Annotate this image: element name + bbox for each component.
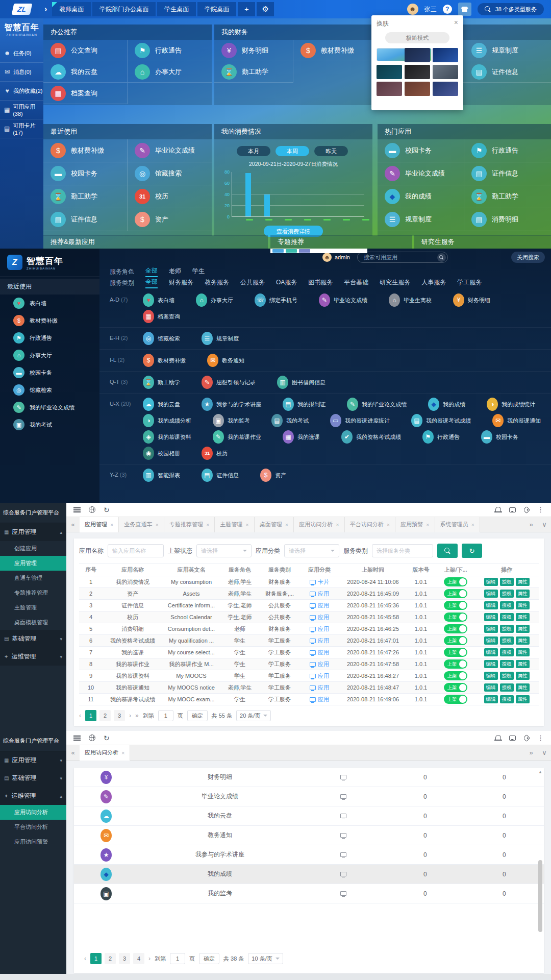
skin-thumbnail[interactable] bbox=[405, 65, 430, 79]
recent-app-item[interactable]: ◎ 馆藏检索 bbox=[0, 381, 99, 399]
class-select[interactable]: 请选择 bbox=[284, 544, 339, 557]
page-number[interactable]: 1 bbox=[90, 953, 102, 964]
close-search-button[interactable]: 关闭搜索 bbox=[511, 252, 545, 263]
yesterday-toggle[interactable]: 昨天 bbox=[314, 146, 348, 156]
property-button[interactable]: 属性 bbox=[516, 660, 530, 668]
app-class-link[interactable]: 应用 bbox=[310, 649, 329, 656]
skin-thumbnail[interactable] bbox=[433, 48, 458, 62]
menu-app-management[interactable]: ▦应用管理▾ bbox=[0, 751, 66, 769]
property-button[interactable]: 属性 bbox=[516, 613, 530, 621]
publish-toggle[interactable]: 上架 bbox=[444, 659, 467, 669]
scrollbar[interactable]: ▲ bbox=[538, 771, 542, 942]
sidebar-item[interactable]: ▦ 可用应用(38) bbox=[0, 101, 43, 119]
publish-toggle[interactable]: 上架 bbox=[444, 577, 467, 586]
skin-thumbnail[interactable] bbox=[405, 48, 430, 62]
app-entry[interactable]: ▥智能报表 bbox=[143, 469, 180, 482]
close-icon[interactable]: × bbox=[245, 522, 248, 528]
app-entry[interactable]: ☁我的云盘 bbox=[143, 398, 180, 411]
desktop-tab[interactable]: 教师桌面 bbox=[52, 2, 91, 16]
refresh-icon[interactable]: ↻ bbox=[104, 506, 110, 514]
app-entry[interactable]: $教材费补缴 bbox=[143, 354, 186, 367]
category-filter-option[interactable]: 公共服务 bbox=[240, 278, 265, 288]
page-jump-input[interactable] bbox=[170, 953, 185, 964]
visit-table-row[interactable]: ☁ 我的云盘 0 0 bbox=[74, 806, 544, 826]
app-tile[interactable]: ⌛ 勤工助学 bbox=[464, 185, 551, 208]
visit-table-row[interactable]: ✎ 毕业论文成绩 0 0 bbox=[74, 787, 544, 806]
help-icon[interactable]: ? bbox=[443, 5, 452, 14]
expand-arrow-icon[interactable]: › bbox=[44, 5, 47, 14]
edit-button[interactable]: 编辑 bbox=[484, 672, 498, 680]
authorize-button[interactable]: 授权 bbox=[500, 578, 514, 586]
admin-tab[interactable]: 应用预警× bbox=[395, 517, 435, 532]
authorize-button[interactable]: 授权 bbox=[500, 648, 514, 656]
app-class-link[interactable]: 卡片 bbox=[310, 578, 329, 586]
desktop-tab[interactable]: 学生桌面 bbox=[157, 2, 196, 16]
app-class-link[interactable]: 应用 bbox=[310, 614, 329, 621]
app-class-link[interactable]: 应用 bbox=[310, 590, 329, 598]
tag-icon[interactable] bbox=[523, 506, 530, 513]
property-button[interactable]: 属性 bbox=[516, 578, 530, 586]
column-header[interactable]: 应用名称 bbox=[103, 566, 163, 574]
close-icon[interactable]: × bbox=[387, 522, 390, 528]
authorize-button[interactable]: 授权 bbox=[500, 636, 514, 645]
last-page-icon[interactable]: » bbox=[135, 712, 139, 719]
page-number[interactable]: 2 bbox=[99, 710, 111, 721]
app-tile[interactable]: ▦ 档案查询 bbox=[43, 83, 128, 104]
desktop-tab[interactable]: 学院桌面 bbox=[197, 2, 236, 16]
admin-tab[interactable]: 平台访问分析× bbox=[345, 517, 395, 532]
app-tile[interactable]: ¥ 财务明细 bbox=[214, 40, 293, 61]
authorize-button[interactable]: 授权 bbox=[500, 590, 514, 598]
app-tile[interactable]: ▬ 校园卡务 bbox=[378, 139, 464, 162]
app-tile[interactable]: ⌛ 勤工助学 bbox=[43, 185, 128, 208]
app-entry[interactable]: ◑我的成绩分析 bbox=[143, 414, 191, 427]
authorize-button[interactable]: 授权 bbox=[500, 601, 514, 609]
recent-app-item[interactable]: ⚑ 行政通告 bbox=[0, 329, 99, 347]
app-entry[interactable]: ▤证件信息 bbox=[202, 469, 239, 482]
column-header[interactable]: 服务类别 bbox=[260, 566, 299, 574]
submenu-item[interactable]: 应用访问分析 bbox=[0, 805, 66, 820]
app-tile[interactable]: ⌂ 办事大厅 bbox=[128, 61, 212, 83]
app-tile[interactable]: ▬ 校园卡务 bbox=[43, 162, 128, 185]
app-entry[interactable]: ▤我的慕课考试成绩 bbox=[411, 414, 471, 427]
category-filter-option[interactable]: 财务服务 bbox=[169, 278, 193, 288]
publish-toggle[interactable]: 上架 bbox=[444, 612, 467, 622]
app-entry[interactable]: ✔我的资格考试成绩 bbox=[341, 430, 401, 444]
app-tile[interactable]: 31 校历 bbox=[128, 185, 212, 208]
admin-tab[interactable]: 业务直通车× bbox=[119, 517, 164, 532]
category-filter-option[interactable]: 平台基础 bbox=[344, 278, 368, 288]
page-number[interactable]: 3 bbox=[114, 710, 125, 721]
sidebar-item[interactable]: ☻ 任务(0) bbox=[0, 44, 43, 63]
next-page-icon[interactable]: › bbox=[129, 712, 131, 719]
column-header[interactable]: 应用英文名 bbox=[163, 566, 220, 574]
close-icon[interactable]: × bbox=[206, 522, 209, 528]
admin-tab[interactable]: 应用访问分析× bbox=[294, 517, 344, 532]
publish-toggle[interactable]: 上架 bbox=[444, 636, 467, 645]
refresh-button[interactable]: ↻ bbox=[462, 544, 482, 558]
sidebar-item[interactable]: ♥ 我的收藏(2) bbox=[0, 82, 43, 101]
column-header[interactable]: 操作 bbox=[476, 566, 537, 574]
desktop-tab[interactable]: 学院部门办公桌面 bbox=[92, 2, 156, 16]
skin-thumbnail[interactable] bbox=[377, 82, 402, 96]
authorize-button[interactable]: 授权 bbox=[500, 625, 514, 633]
app-tile[interactable]: ▤ 证件信息 bbox=[43, 208, 128, 231]
visit-table-row[interactable]: ¥ 财务明细 0 0 bbox=[74, 768, 544, 787]
app-tile[interactable]: ▤ 证件信息 bbox=[464, 162, 551, 185]
panel-graduate-service[interactable]: 研究生服务 bbox=[414, 235, 551, 249]
app-tile[interactable]: ✎ 毕业论文成绩 bbox=[378, 162, 464, 185]
app-tile[interactable]: $ 教材费补缴 bbox=[43, 139, 128, 162]
skin-thumbnail[interactable] bbox=[433, 82, 458, 96]
app-tile[interactable]: $ 资产 bbox=[128, 208, 212, 231]
publish-toggle[interactable]: 上架 bbox=[444, 624, 467, 633]
app-entry[interactable]: ⌂办事大厅 bbox=[196, 293, 233, 307]
app-tile[interactable]: ▤ 公文查询 bbox=[43, 40, 128, 61]
submenu-item[interactable]: 桌面模板管理 bbox=[0, 615, 66, 630]
app-search-input[interactable]: 搜索可用应用 bbox=[357, 252, 448, 263]
app-entry[interactable]: ▭我的慕课进度统计 bbox=[330, 414, 390, 427]
sidebar-item[interactable]: ▤ 可用卡片(17) bbox=[0, 119, 43, 138]
app-class-link[interactable]: 应用 bbox=[310, 660, 329, 668]
app-tile[interactable]: ◆ 我的成绩 bbox=[378, 185, 464, 208]
app-entry[interactable]: $资产 bbox=[260, 469, 286, 482]
category-filter-option[interactable]: 研究生服务 bbox=[380, 278, 410, 288]
app-entry[interactable]: ⌛勤工助学 bbox=[143, 376, 180, 389]
property-button[interactable]: 属性 bbox=[516, 590, 530, 598]
